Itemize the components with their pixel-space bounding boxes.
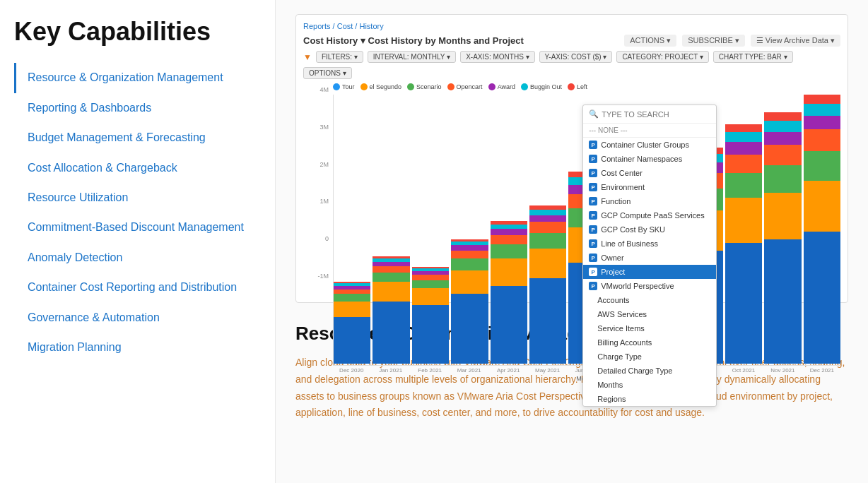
legend-item: Tour <box>333 83 355 90</box>
chart-breadcrumb[interactable]: Reports / Cost / History <box>303 22 840 30</box>
bar-segment <box>412 288 449 305</box>
x-axis-label: Mar 2021 <box>450 367 487 374</box>
bar-segment <box>451 294 488 364</box>
bar-segment <box>334 294 370 302</box>
legend-dot <box>488 83 495 90</box>
nav-item-anomaly[interactable]: Anomaly Detection <box>14 243 261 273</box>
bar-stack <box>491 221 527 363</box>
bar-segment <box>373 282 409 302</box>
bar-segment <box>491 286 527 364</box>
dropdown-item[interactable]: POwner <box>583 251 716 265</box>
dropdown-item[interactable]: PFunction <box>583 194 716 208</box>
bar-group <box>491 221 527 363</box>
dropdown-item[interactable]: Accounts <box>583 293 716 307</box>
bar-stack <box>373 256 409 364</box>
dropdown-item-icon: P <box>589 282 597 290</box>
dropdown-item[interactable]: Regions <box>583 392 716 406</box>
dropdown-item[interactable]: Months <box>583 378 716 392</box>
dropdown-item[interactable]: PGCP Cost By SKU <box>583 222 716 237</box>
filter-pill[interactable]: CHART TYPE: BAR ▾ <box>713 51 793 63</box>
nav-item-resource-util[interactable]: Resource Utilization <box>14 183 261 213</box>
archive-button[interactable]: ☰ View Archive Data ▾ <box>751 35 840 47</box>
bar-segment <box>764 145 801 165</box>
dropdown-item-label: Environment <box>601 183 645 191</box>
actions-button[interactable]: ACTIONS ▾ <box>624 35 676 47</box>
bar-segment <box>804 181 840 232</box>
bar-stack <box>529 205 566 363</box>
filter-pill[interactable]: OPTIONS ▾ <box>303 67 352 79</box>
dropdown-item[interactable]: Billing Accounts <box>583 335 716 350</box>
nav-item-container-cost[interactable]: Container Cost Reporting and Distributio… <box>14 273 261 302</box>
dropdown-item-icon: P <box>589 254 597 262</box>
legend-dot <box>333 83 340 90</box>
bar-segment <box>451 245 488 251</box>
nav-item-budget[interactable]: Budget Management & Forecasting <box>14 123 261 153</box>
bar-stack <box>412 267 449 363</box>
dropdown-item[interactable]: PCost Center <box>583 166 716 180</box>
chart-header: Cost History ▾ Cost History by Months an… <box>303 35 840 47</box>
dropdown-item-label: Function <box>601 197 631 205</box>
x-axis-label: Feb 2021 <box>411 367 448 374</box>
bar-segment <box>334 317 370 364</box>
nav-item-reporting[interactable]: Reporting & Dashboards <box>14 93 261 123</box>
bar-segment <box>529 233 566 249</box>
filters-bar: ▼ FILTERS: ▾INTERVAL: MONTHLY ▾X-AXIS: M… <box>303 51 840 79</box>
dropdown-search-input[interactable] <box>602 110 710 119</box>
dropdown-item-label: Billing Accounts <box>597 338 652 347</box>
dropdown-item-icon: P <box>589 169 597 177</box>
chart-actions: ACTIONS ▾ SUBSCRIBE ▾ ☰ View Archive Dat… <box>624 35 840 47</box>
nav-item-governance[interactable]: Governance & Automation <box>14 303 261 333</box>
dropdown-item[interactable]: PProject <box>583 265 716 279</box>
dropdown-item[interactable]: PContainer Namespaces <box>583 152 716 166</box>
x-axis-label: Dec 2020 <box>333 367 370 374</box>
nav-item-cost-alloc[interactable]: Cost Allocation & Chargeback <box>14 153 261 183</box>
filter-pill[interactable]: Y-AXIS: COST ($) ▾ <box>539 51 613 63</box>
bar-group <box>334 282 370 363</box>
nav-item-commitment[interactable]: Commitment-Based Discount Management <box>14 213 261 242</box>
dropdown-item[interactable]: PContainer Cluster Groups <box>583 138 716 152</box>
dropdown-item[interactable]: PGCP Compute PaaS Services <box>583 208 716 222</box>
dropdown-item-label: VMworld Perspective <box>601 282 674 290</box>
x-axis-label: Nov 2021 <box>764 367 801 374</box>
sidebar: Key Capabilities Resource & Organization… <box>0 0 276 483</box>
dropdown-item[interactable]: PVMworld Perspective <box>583 279 716 293</box>
nav-item-migration[interactable]: Migration Planning <box>14 333 261 362</box>
dropdown-item-label: Container Cluster Groups <box>601 141 689 149</box>
dropdown-item-label: Detailed Charge Type <box>597 366 672 375</box>
filter-pill[interactable]: INTERVAL: MONTHLY ▾ <box>368 51 456 63</box>
bar-segment <box>451 251 488 258</box>
dropdown-item-icon: P <box>589 155 597 163</box>
legend-row: Tourel SegundoScenarioOpencartAwardBuggi… <box>333 83 840 90</box>
dropdown-item-icon: P <box>589 239 597 248</box>
category-dropdown[interactable]: 🔍--- NONE ---PContainer Cluster GroupsPC… <box>582 105 717 407</box>
bar-segment <box>725 243 762 364</box>
filter-pill[interactable]: FILTERS: ▾ <box>316 51 363 63</box>
dropdown-search: 🔍 <box>583 105 716 124</box>
dropdown-item[interactable]: Detailed Charge Type <box>583 364 716 378</box>
filter-pill[interactable]: X-AXIS: MONTHS ▾ <box>460 51 534 63</box>
legend-dot <box>568 83 575 90</box>
chart-container: Reports / Cost / History Cost History ▾ … <box>295 14 848 303</box>
x-axis-label: Apr 2021 <box>490 367 527 374</box>
bar-segment <box>764 193 801 239</box>
x-axis-label: Dec 2021 <box>804 367 840 374</box>
bar-segment <box>725 198 762 243</box>
bar-segment <box>529 278 566 364</box>
bar-stack <box>451 239 488 364</box>
dropdown-item[interactable]: PEnvironment <box>583 180 716 194</box>
dropdown-item[interactable]: PLine of Business <box>583 237 716 251</box>
bar-group <box>529 205 566 363</box>
bar-segment <box>725 124 762 132</box>
bar-segment <box>804 151 840 181</box>
dropdown-item[interactable]: Charge Type <box>583 350 716 364</box>
dropdown-none-option[interactable]: --- NONE --- <box>583 124 716 138</box>
nav-item-resource-org[interactable]: Resource & Organization Management <box>14 63 261 93</box>
bar-segment <box>529 215 566 222</box>
dropdown-item[interactable]: Service Items <box>583 321 716 335</box>
bar-stack <box>804 95 840 364</box>
bar-group <box>725 124 762 364</box>
dropdown-item[interactable]: AWS Services <box>583 307 716 321</box>
bar-segment <box>764 132 801 145</box>
filter-pill[interactable]: CATEGORY: PROJECT ▾ <box>616 51 708 63</box>
subscribe-button[interactable]: SUBSCRIBE ▾ <box>682 35 745 47</box>
